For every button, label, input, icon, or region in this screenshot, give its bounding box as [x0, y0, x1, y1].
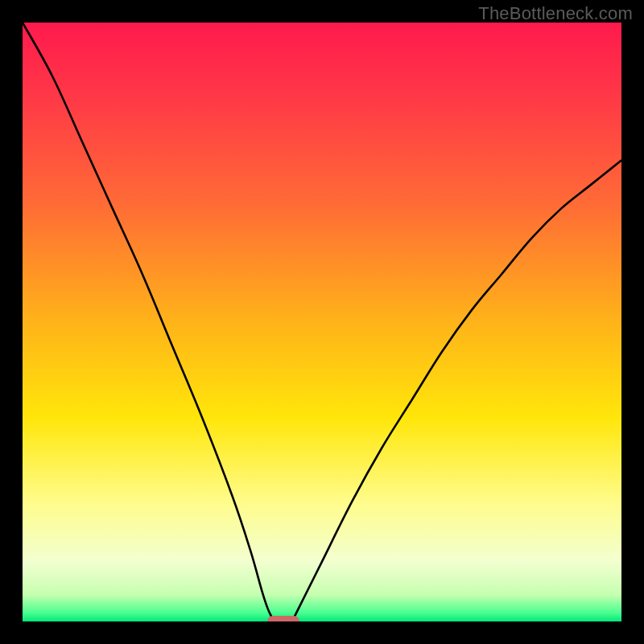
min-marker — [267, 616, 299, 621]
curve-left — [23, 23, 274, 621]
curve-right — [292, 160, 621, 621]
outer-frame: TheBottleneck.com — [0, 0, 644, 644]
watermark-text: TheBottleneck.com — [478, 3, 633, 24]
curves-layer — [23, 23, 621, 621]
plot-area — [23, 23, 621, 621]
